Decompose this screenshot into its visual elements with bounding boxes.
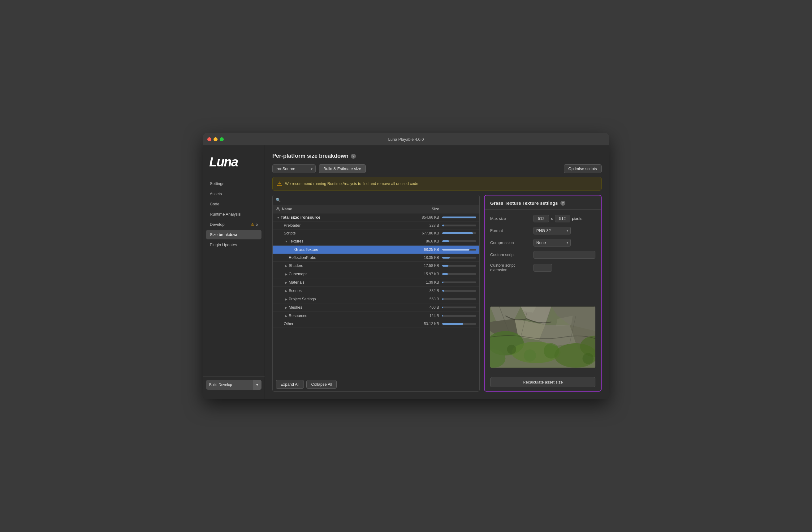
size-bar-container: [442, 323, 476, 325]
row-size-cell: 568 B: [396, 297, 439, 301]
sidebar-item-code[interactable]: Code: [206, 199, 261, 209]
row-label: Project Settings: [289, 297, 316, 301]
table-row[interactable]: ▶ Resources 124 B: [273, 312, 479, 320]
sidebar: Luna Settings Assets Code Runtime Analys…: [203, 145, 265, 399]
sidebar-item-plugin-updates[interactable]: Plugin Updates: [206, 240, 261, 250]
maximize-button[interactable]: [220, 137, 224, 141]
sidebar-item-settings[interactable]: Settings: [206, 179, 261, 188]
row-bar-cell: [439, 224, 476, 226]
table-row[interactable]: — Grass Texture 68.25 KB: [273, 246, 479, 254]
row-size-cell: 228 B: [396, 223, 439, 228]
max-size-height-input[interactable]: [555, 215, 570, 222]
row-name-cell: Other: [276, 322, 396, 326]
table-row[interactable]: ▶ Shaders 17.58 KB: [273, 262, 479, 270]
expand-arrow-icon[interactable]: ▶: [284, 263, 289, 268]
settings-compression-row: Compression None LZ4 LZ4HC ▼: [490, 239, 595, 247]
size-bar-container: [442, 232, 476, 234]
tree-footer: Expand All Collapse All: [273, 377, 479, 391]
row-label: Grass Texture: [294, 248, 318, 252]
row-label: Preloader: [284, 223, 301, 228]
size-bar-container: [442, 265, 476, 267]
build-develop-arrow[interactable]: ▼: [253, 380, 261, 390]
build-develop-button[interactable]: Build Develop ▼: [206, 380, 261, 390]
settings-format-row: Format PNG-32 PNG-8 JPEG ASTC ▼: [490, 227, 595, 234]
size-bar: [442, 224, 444, 226]
row-size-cell: 17.58 KB: [396, 264, 439, 268]
optimise-scripts-button[interactable]: Optimise scripts: [564, 164, 601, 173]
table-row[interactable]: Other 53.12 KB: [273, 320, 479, 328]
size-bar-container: [442, 298, 476, 300]
settings-custom-script-ext-row: Custom script extension: [490, 263, 595, 272]
expand-all-button[interactable]: Expand All: [276, 380, 304, 389]
expand-arrow-icon[interactable]: ▶: [284, 271, 289, 277]
size-bar-container: [442, 273, 476, 275]
row-bar-cell: [439, 273, 476, 275]
row-label: Scripts: [284, 231, 295, 235]
row-bar-cell: [439, 217, 476, 218]
table-row[interactable]: ▶ Materials 1.39 KB: [273, 278, 479, 287]
row-bar-cell: [439, 281, 476, 283]
page-title-help-icon[interactable]: ?: [351, 154, 356, 159]
format-select[interactable]: PNG-32 PNG-8 JPEG ASTC: [534, 227, 571, 234]
warning-banner-text: We recommend running Runtime Analysis to…: [285, 181, 418, 186]
size-bar: [442, 265, 448, 267]
expand-arrow-icon[interactable]: ▶: [284, 305, 289, 310]
size-bar: [442, 307, 443, 308]
row-name-cell: ReflectionProbe: [276, 255, 396, 260]
row-size-cell: 86.6 KB: [396, 239, 439, 243]
row-bar-cell: [439, 323, 476, 325]
expand-arrow-icon[interactable]: ▶: [284, 313, 289, 318]
table-row[interactable]: ▶ Project Settings 568 B: [273, 295, 479, 304]
compression-select[interactable]: None LZ4 LZ4HC: [534, 239, 571, 247]
expand-arrow-icon[interactable]: ▶: [284, 297, 289, 301]
table-row[interactable]: ▼ Textures 86.6 KB: [273, 237, 479, 246]
sidebar-bottom: Build Develop ▼: [203, 376, 264, 393]
size-bar: [442, 240, 449, 242]
expand-arrow-icon[interactable]: ▶: [284, 288, 289, 293]
minimize-button[interactable]: [214, 137, 218, 141]
settings-header: Grass Texture Texture settings ?: [484, 195, 601, 210]
sidebar-item-runtime-analysis[interactable]: Runtime Analysis: [206, 209, 261, 219]
table-row[interactable]: Scripts 677.86 KB: [273, 230, 479, 237]
size-bar: [442, 290, 444, 292]
custom-script-extension-input[interactable]: [534, 264, 552, 271]
row-bar-cell: [439, 307, 476, 308]
sidebar-item-assets[interactable]: Assets: [206, 189, 261, 198]
max-size-value: x pixels: [534, 215, 582, 222]
max-size-label: Max size: [490, 216, 531, 221]
sidebar-item-size-breakdown[interactable]: Size breakdown: [206, 230, 261, 239]
expand-arrow-icon[interactable]: ▶: [284, 280, 289, 285]
build-estimate-button[interactable]: Build & Estimate size: [319, 164, 366, 173]
settings-help-icon[interactable]: ?: [561, 201, 565, 206]
expand-arrow-icon[interactable]: ▼: [284, 239, 289, 244]
recalculate-button[interactable]: Recalculate asset size: [490, 377, 595, 387]
custom-script-input[interactable]: [534, 251, 595, 258]
table-row[interactable]: Preloader 228 B: [273, 222, 479, 230]
collapse-all-button[interactable]: Collapse All: [306, 380, 337, 389]
max-size-width-input[interactable]: [534, 215, 549, 222]
sidebar-item-develop[interactable]: Develop ⚠ 5: [206, 220, 261, 229]
build-develop-main[interactable]: Build Develop: [206, 380, 253, 390]
row-label: Shaders: [289, 264, 303, 268]
table-row[interactable]: ▶ Scenes 882 B: [273, 287, 479, 295]
row-name-cell: ▶ Shaders: [276, 263, 396, 268]
sidebar-label-develop: Develop: [210, 222, 224, 227]
main-content: 🔍 Name Size: [272, 195, 601, 391]
table-row[interactable]: ▶ Meshes 400 B: [273, 304, 479, 312]
table-row[interactable]: ReflectionProbe 18.35 KB: [273, 254, 479, 262]
close-button[interactable]: [207, 137, 211, 141]
expand-arrow-icon[interactable]: ▼: [276, 215, 281, 220]
page-title-row: Per-platform size breakdown ?: [272, 153, 356, 159]
develop-warning-badge: ⚠ 5: [251, 222, 258, 227]
row-size-cell: 18.35 KB: [396, 255, 439, 260]
develop-warning-count: 5: [256, 222, 258, 227]
table-row[interactable]: ▶ Cubemaps 15.97 KB: [273, 270, 479, 278]
row-name-cell: ▶ Meshes: [276, 305, 396, 310]
platform-select[interactable]: ironSource Facebook Unity Ads AppLovin: [272, 164, 316, 173]
row-name-cell: ▶ Materials: [276, 280, 396, 285]
row-name-cell: Scripts: [276, 231, 396, 235]
row-label: Meshes: [289, 305, 302, 310]
row-label: ReflectionProbe: [289, 255, 316, 260]
search-input[interactable]: [282, 198, 476, 202]
table-row[interactable]: ▼ Total size: ironsource 854.66 KB: [273, 213, 479, 222]
